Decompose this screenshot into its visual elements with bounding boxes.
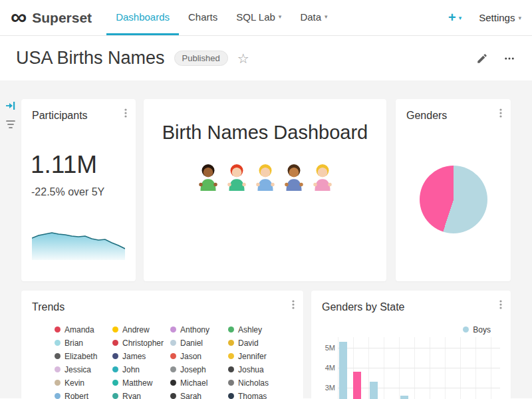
navbar: ∞ Superset DashboardsChartsSQL Lab▾Data▾… [0, 0, 532, 36]
legend-label: Jennifer [238, 352, 267, 361]
legend-dot-icon [112, 366, 118, 372]
nav-item-charts[interactable]: Charts [179, 0, 227, 35]
nav-menu: DashboardsChartsSQL Lab▾Data▾ [106, 0, 336, 35]
published-badge[interactable]: Published [174, 51, 228, 66]
legend-label: Michael [180, 378, 207, 388]
nav-item-label: Data [300, 11, 321, 23]
legend-item-sarah[interactable]: Sarah [170, 392, 228, 399]
legend-dot-icon [55, 380, 61, 386]
trends-legend: AmandaAndrewAnthonyAshleyBrianChristophe… [55, 325, 286, 399]
legend-item-ashley[interactable]: Ashley [228, 325, 286, 334]
child-figure-3 [254, 163, 277, 194]
legend-item-joshua[interactable]: Joshua [228, 365, 286, 374]
legend-item-nicholas[interactable]: Nicholas [228, 378, 286, 387]
legend-item-thomas[interactable]: Thomas [228, 392, 286, 399]
big-number-subheader: -22.5% over 5Y [31, 186, 104, 198]
legend-item-michael[interactable]: Michael [170, 378, 228, 387]
card-title: Genders [406, 110, 447, 122]
gridline [338, 388, 500, 388]
filter-icon[interactable] [5, 119, 16, 132]
legend-dot-icon [112, 353, 118, 359]
genders-by-state-card: Genders by State Boys 5M4M3M [311, 291, 511, 399]
nav-item-label: Dashboards [116, 11, 170, 23]
dashboard-body: Participants 1.11M -22.5% over 5Y Birth … [0, 80, 532, 398]
legend-dot-icon [112, 380, 118, 386]
brand-home-link[interactable]: ∞ Superset [11, 0, 92, 35]
page-title: USA Births Names [16, 48, 165, 68]
children-illustration [144, 163, 386, 194]
bar-boys-1[interactable] [339, 342, 347, 399]
bar-girls-1[interactable] [353, 372, 361, 399]
chevron-down-icon: ▾ [459, 15, 462, 21]
legend-item-james[interactable]: James [112, 352, 170, 360]
brand-name: Superset [32, 10, 92, 26]
legend-label: Jessica [65, 365, 91, 374]
legend-item-boys[interactable]: Boys [463, 325, 491, 334]
nav-item-label: Charts [188, 11, 217, 23]
legend-item-david[interactable]: David [228, 338, 286, 347]
bar-boys-3[interactable] [400, 396, 408, 399]
legend-dot-icon [55, 393, 61, 399]
legend-item-andrew[interactable]: Andrew [112, 325, 170, 334]
legend-label: Boys [473, 325, 491, 334]
settings-menu[interactable]: Settings ▾ [479, 12, 521, 23]
gridline [338, 368, 500, 368]
more-actions-icon[interactable] [503, 53, 516, 65]
plus-icon: + [448, 10, 456, 25]
legend-dot-icon [228, 340, 234, 346]
legend-label: Jason [180, 352, 201, 361]
nav-item-sql-lab[interactable]: SQL Lab▾ [227, 0, 291, 35]
settings-label: Settings [479, 12, 515, 23]
legend-label: Nicholas [238, 378, 269, 388]
gridline [338, 348, 500, 348]
legend-dot-icon [463, 327, 469, 332]
legend-item-elizabeth[interactable]: Elizabeth [55, 352, 112, 360]
y-axis-tick-label: 4M [322, 364, 335, 372]
legend-item-jessica[interactable]: Jessica [55, 365, 112, 374]
trends-card: Trends AmandaAndrewAnthonyAshleyBrianChr… [21, 291, 303, 399]
superset-app: ∞ Superset DashboardsChartsSQL Lab▾Data▾… [0, 0, 532, 398]
legend-label: Elizabeth [65, 352, 97, 361]
new-item-button[interactable]: + ▾ [448, 10, 462, 25]
bar-chart-legend: Boys [463, 325, 491, 334]
participants-card: Participants 1.11M -22.5% over 5Y [21, 99, 136, 281]
legend-item-jennifer[interactable]: Jennifer [228, 352, 286, 360]
kebab-menu-icon[interactable] [289, 299, 298, 313]
legend-dot-icon [112, 393, 118, 399]
legend-dot-icon [112, 327, 118, 332]
genders-pie-chart[interactable] [420, 166, 487, 233]
kebab-menu-icon[interactable] [496, 108, 505, 121]
legend-item-robert[interactable]: Robert [55, 392, 112, 399]
legend-label: Brian [65, 338, 83, 348]
legend-item-john[interactable]: John [112, 365, 170, 374]
bar-boys-2[interactable] [370, 382, 378, 399]
edit-pencil-icon[interactable] [476, 53, 488, 65]
legend-dot-icon [55, 327, 61, 332]
kebab-menu-icon[interactable] [496, 299, 505, 313]
favorite-star-icon[interactable]: ☆ [237, 51, 249, 66]
legend-label: Ashley [238, 325, 262, 334]
legend-item-ryan[interactable]: Ryan [112, 392, 170, 399]
legend-item-brian[interactable]: Brian [55, 338, 112, 347]
legend-item-matthew[interactable]: Matthew [112, 378, 170, 387]
nav-right: + ▾ Settings ▾ [448, 0, 521, 35]
legend-item-kevin[interactable]: Kevin [55, 378, 112, 387]
legend-item-christopher[interactable]: Christopher [112, 338, 170, 347]
legend-item-joseph[interactable]: Joseph [170, 365, 228, 374]
legend-dot-icon [55, 366, 61, 372]
legend-item-daniel[interactable]: Daniel [170, 338, 228, 347]
expand-filter-bar-icon[interactable] [5, 100, 16, 114]
legend-item-jason[interactable]: Jason [170, 352, 228, 360]
legend-label: Thomas [238, 392, 267, 399]
legend-item-amanda[interactable]: Amanda [55, 325, 112, 334]
legend-item-anthony[interactable]: Anthony [170, 325, 228, 334]
nav-item-dashboards[interactable]: Dashboards [106, 0, 179, 35]
legend-label: Joshua [238, 365, 264, 374]
legend-dot-icon [228, 393, 234, 399]
nav-item-data[interactable]: Data▾ [291, 0, 336, 35]
birth-names-markdown-card: Birth Names Dashboard [144, 99, 386, 281]
child-figure-5 [311, 163, 334, 194]
legend-label: Daniel [180, 338, 203, 348]
kebab-menu-icon[interactable] [121, 108, 130, 121]
y-axis-tick-label: 3M [322, 384, 335, 392]
